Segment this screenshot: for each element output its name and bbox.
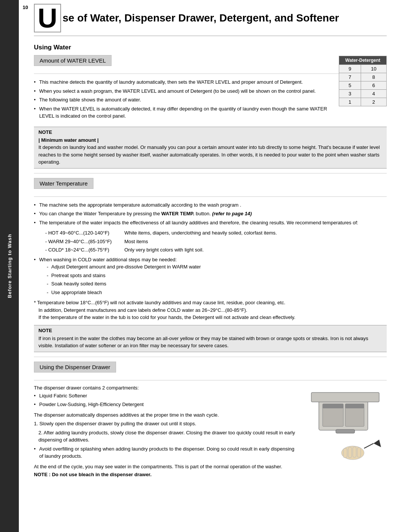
- table-cell: 9: [339, 65, 361, 73]
- list-item: The following table shows the amount of …: [34, 96, 387, 104]
- cold-water-section: When washing in COLD water additional st…: [34, 256, 387, 296]
- note-content-1: | Minimum water amount | It depends on l…: [38, 136, 382, 166]
- note-box-2: NOTE If iron is present in the water the…: [34, 325, 387, 352]
- note-label-2: NOTE: [38, 328, 382, 333]
- table-header: Water-Detergent: [339, 56, 387, 65]
- temp-label: - COLD* 18~24°C...(65-75°F): [45, 246, 124, 254]
- list-item: You can change the Water Temperature by …: [34, 210, 387, 218]
- temp-desc: Only very bright colors with light soil.: [124, 246, 204, 254]
- temp-label: - HOT 49~60°C...(120-140°F): [45, 229, 124, 237]
- list-item: Use appropriate bleach: [47, 289, 387, 296]
- main-content: U se of Water, Dispenser Drawer, Deterge…: [23, 0, 398, 489]
- water-level-content: Water-Detergent 91078563412 This machine…: [34, 78, 387, 123]
- temperature-section: The machine sets the appropriate tempera…: [34, 201, 387, 321]
- note-label-1: NOTE: [38, 129, 382, 135]
- title-letter: U: [34, 4, 61, 32]
- dispenser-box-label: Using the Dispenser Drawer: [34, 362, 116, 373]
- page-number: 10: [23, 5, 28, 10]
- svg-rect-5: [336, 429, 355, 433]
- temp-label: - WARM 29~40°C...(85-105°F): [45, 238, 124, 245]
- title-text: se of Water, Dispenser Drawer, Detergent…: [63, 12, 339, 24]
- note-content-2: If iron is present in the water the clot…: [38, 335, 382, 350]
- divider-1: [34, 74, 387, 74]
- list-item: Pretreat spots and stains: [47, 272, 387, 279]
- sidebar-label: Before Starting to Wash: [7, 234, 12, 298]
- sidebar: Before Starting to Wash: [0, 0, 19, 532]
- list-item: When the WATER LEVEL is automatically de…: [34, 105, 387, 120]
- page-title-block: U se of Water, Dispenser Drawer, Deterge…: [34, 4, 387, 36]
- temp-row: - WARM 29~40°C...(85-105°F)Most items: [45, 238, 387, 245]
- divider-5: [34, 380, 387, 380]
- cold-water-intro-text: When washing in COLD water additional st…: [39, 257, 177, 262]
- cold-water-items: Adjust Detergent amount and pre-dissolve…: [47, 263, 387, 296]
- list-item: This machine detects the quantity of lau…: [34, 78, 387, 86]
- list-item: The machine sets the appropriate tempera…: [34, 201, 387, 209]
- dispenser-avoid-item: Avoid overfilling or splashing when addi…: [34, 445, 387, 460]
- cold-water-intro: When washing in COLD water additional st…: [34, 256, 387, 296]
- dispenser-section: Using the Dispenser Drawer: [34, 362, 387, 478]
- dispenser-note: NOTE : Do not use bleach in the dispense…: [34, 472, 387, 477]
- note-box-1: NOTE | Minimum water amount | It depends…: [34, 127, 387, 169]
- temp-bullets: The machine sets the appropriate tempera…: [34, 201, 387, 227]
- asterisk-text-1: * Temperature below 18°C...(65°F) will n…: [34, 300, 285, 305]
- list-item: Soak heavily soiled items: [47, 280, 387, 288]
- list-item: When you select a wash program, the WATE…: [34, 87, 387, 95]
- asterisk-note-1: * Temperature below 18°C...(65°F) will n…: [34, 299, 387, 321]
- water-level-bullets: This machine detects the quantity of lau…: [34, 78, 387, 120]
- list-item: Liquid Fabric Softener: [34, 392, 387, 400]
- list-item: Adjust Detergent amount and pre-dissolve…: [47, 263, 387, 271]
- divider-3: [34, 196, 387, 197]
- using-water-section: Using Water Amount of WATER LEVEL Water-…: [34, 44, 387, 357]
- water-temp-box-label: Water Temperature: [34, 178, 93, 189]
- asterisk-text-3: If the temperature of the water in the t…: [38, 314, 295, 320]
- asterisk-text-2: In addition, Detergent manufactures and …: [38, 307, 247, 313]
- divider-4: [34, 357, 387, 357]
- temp-table-area: - HOT 49~60°C...(120-140°F)White items, …: [45, 229, 387, 254]
- water-level-box-label: Amount of WATER LEVEL: [34, 55, 112, 66]
- list-item: Powder Low-Sudsing, High-Efficiency Dete…: [34, 401, 387, 408]
- divider-2: [34, 173, 387, 173]
- table-cell: 10: [361, 65, 386, 73]
- list-item: The temperature of the water impacts the…: [34, 219, 387, 227]
- using-water-heading: Using Water: [34, 44, 387, 51]
- temp-desc: White items, diapers, underclothing and …: [124, 229, 277, 237]
- note-text-1: It depends on laundry load and washer mo…: [38, 144, 380, 165]
- temp-desc: Most items: [124, 238, 148, 245]
- note-title-1: | Minimum water amount |: [38, 137, 99, 143]
- temp-row: - COLD* 18~24°C...(65-75°F)Only very bri…: [45, 246, 387, 254]
- dispenser-avoid-list: Avoid overfilling or splashing when addi…: [34, 445, 387, 460]
- temp-row: - HOT 49~60°C...(120-140°F)White items, …: [45, 229, 387, 237]
